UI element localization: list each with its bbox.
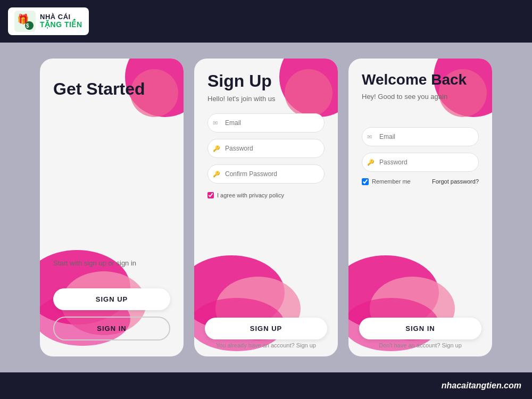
card3-title: Welcome Back xyxy=(362,72,479,88)
signin-email-group: ✉ xyxy=(362,127,479,146)
privacy-checkbox-row: I agree with privacy policy xyxy=(207,192,325,198)
signup-password-group: 🔑 xyxy=(207,139,325,158)
svg-text:$: $ xyxy=(26,23,29,29)
card3-subtitle: Hey! Good to see you again xyxy=(362,93,479,101)
signup-footer-text: You already have an account? Sign up xyxy=(194,342,338,348)
footer-website: nhacaitangtien.com xyxy=(442,381,521,390)
signup-confirm-input[interactable] xyxy=(207,164,325,184)
remember-checkbox[interactable] xyxy=(362,178,369,185)
signup-submit-button[interactable]: SIGN UP xyxy=(205,318,327,339)
signup-password-input[interactable] xyxy=(207,139,325,158)
password-icon-2: 🔑 xyxy=(213,171,220,178)
footer-bar: nhacaitangtien.com xyxy=(0,372,532,399)
signup-email-input[interactable] xyxy=(207,113,325,132)
get-started-signin-button[interactable]: SIGN IN xyxy=(53,317,170,340)
forgot-password-link[interactable]: Forgot password? xyxy=(432,178,479,185)
card2-content: Sign Up Hello! let's join with us ✉ 🔑 🔑 … xyxy=(194,59,338,318)
password-icon-1: 🔑 xyxy=(213,145,220,152)
signup-email-group: ✉ xyxy=(207,113,325,132)
signin-card: Welcome Back Hey! Good to see you again … xyxy=(348,59,492,356)
card2-subtitle: Hello! let's join with us xyxy=(207,95,325,103)
remember-label: Remember me xyxy=(372,178,411,185)
signup-card: Sign Up Hello! let's join with us ✉ 🔑 🔑 … xyxy=(194,59,338,356)
card1-content: Get Started Start with sign up or sign i… xyxy=(40,64,184,288)
signin-password-icon: 🔑 xyxy=(367,159,375,165)
get-started-card: Get Started Start with sign up or sign i… xyxy=(40,59,184,356)
card3-content: Welcome Back Hey! Good to see you again … xyxy=(348,59,492,318)
logo-line2: TẶNG TIỀN xyxy=(40,21,82,29)
email-icon: ✉ xyxy=(213,120,218,127)
signin-email-input[interactable] xyxy=(362,127,479,146)
logo-icon: 🎁 $ xyxy=(14,11,36,32)
privacy-checkbox[interactable] xyxy=(207,192,214,198)
signin-password-input[interactable] xyxy=(362,153,479,172)
remember-row: Remember me Forgot password? xyxy=(362,178,479,185)
header-bar: 🎁 $ NHÀ CÁI TẶNG TIỀN xyxy=(0,0,532,43)
signin-email-icon: ✉ xyxy=(367,133,372,140)
main-content: Get Started Start with sign up or sign i… xyxy=(0,43,532,372)
signin-password-group: 🔑 xyxy=(362,153,479,172)
logo-text: NHÀ CÁI TẶNG TIỀN xyxy=(40,13,82,29)
get-started-signup-button[interactable]: SIGN UP xyxy=(53,288,170,310)
card1-subtitle: Start with sign up or sign in xyxy=(53,259,170,267)
privacy-label: I agree with privacy policy xyxy=(217,192,284,198)
logo-container: 🎁 $ NHÀ CÁI TẶNG TIỀN xyxy=(8,7,89,35)
signup-confirm-group: 🔑 xyxy=(207,164,325,184)
signin-footer-text: Don't have an account? Sign up xyxy=(348,342,492,348)
card3-bottom: SIGN IN Don't have an account? Sign up xyxy=(348,318,492,356)
card2-bottom: SIGN UP You already have an account? Sig… xyxy=(194,318,338,356)
signin-submit-button[interactable]: SIGN IN xyxy=(359,318,481,339)
card1-title: Get Started xyxy=(53,80,170,98)
card2-title: Sign Up xyxy=(207,72,325,90)
card1-buttons: SIGN UP SIGN IN xyxy=(40,288,184,356)
